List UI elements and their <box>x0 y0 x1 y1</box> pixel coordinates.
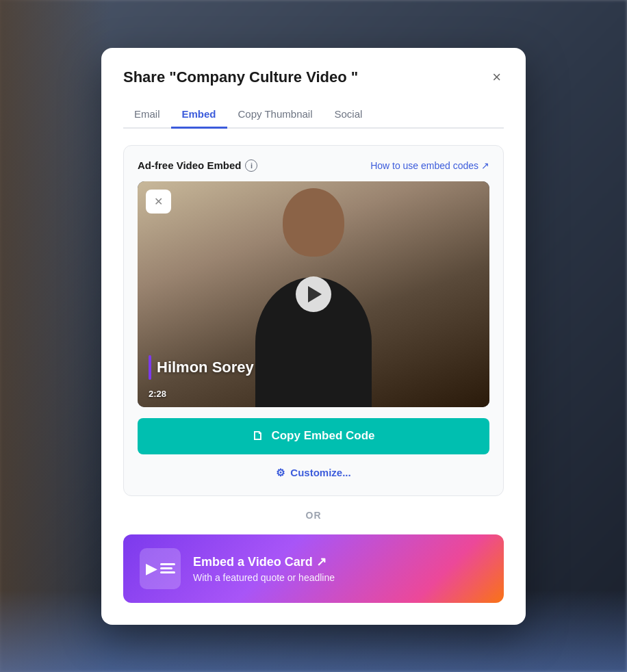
copy-embed-button[interactable]: 🗋 Copy Embed Code <box>138 418 489 454</box>
video-duration: 2:28 <box>149 389 166 399</box>
line-2 <box>160 567 172 569</box>
line-1 <box>160 563 175 565</box>
embed-card: Ad-free Video Embed i How to use embed c… <box>123 145 504 496</box>
video-card-title: Embed a Video Card ↗ <box>193 554 335 569</box>
how-to-link[interactable]: How to use embed codes ↗ <box>370 160 489 171</box>
embed-card-title: Ad-free Video Embed i <box>138 159 257 172</box>
tab-bar: Email Embed Copy Thumbnail Social <box>123 101 504 129</box>
video-badge: ✕ <box>146 190 171 214</box>
info-icon[interactable]: i <box>245 159 257 172</box>
background-left <box>0 0 110 672</box>
customize-icon: ⚙ <box>276 467 285 479</box>
close-button[interactable]: × <box>489 67 504 88</box>
share-modal: Share "Company Culture Video " × Email E… <box>101 48 526 625</box>
lines-icon <box>160 563 175 573</box>
video-card-banner[interactable]: ▶ Embed a Video Card ↗ With a featured q… <box>123 534 504 603</box>
tab-embed[interactable]: Embed <box>171 101 227 129</box>
play-icon <box>308 286 322 302</box>
video-card-subtitle: With a featured quote or headline <box>193 572 335 583</box>
name-accent-bar <box>149 355 151 380</box>
video-card-text: Embed a Video Card ↗ With a featured quo… <box>193 554 335 583</box>
customize-button[interactable]: ⚙ Customize... <box>138 464 489 482</box>
video-name-bar: Hilmon Sorey <box>138 355 489 380</box>
line-3 <box>160 571 175 573</box>
modal-header: Share "Company Culture Video " × <box>123 67 504 88</box>
embed-card-header: Ad-free Video Embed i How to use embed c… <box>138 159 489 172</box>
tab-email[interactable]: Email <box>123 101 171 129</box>
video-card-icon: ▶ <box>140 548 181 589</box>
play-square-icon: ▶ <box>146 560 157 578</box>
video-container: ✕ Hilmon Sorey 2:28 <box>138 181 489 407</box>
tab-social[interactable]: Social <box>323 101 373 129</box>
play-button[interactable] <box>296 276 331 312</box>
copy-icon: 🗋 <box>252 429 264 443</box>
person-name: Hilmon Sorey <box>157 359 254 376</box>
or-divider: OR <box>123 510 504 521</box>
modal-title: Share "Company Culture Video " <box>123 68 358 86</box>
badge-icon: ✕ <box>154 195 163 208</box>
tab-copy-thumbnail[interactable]: Copy Thumbnail <box>227 101 324 129</box>
person-head <box>283 188 344 257</box>
